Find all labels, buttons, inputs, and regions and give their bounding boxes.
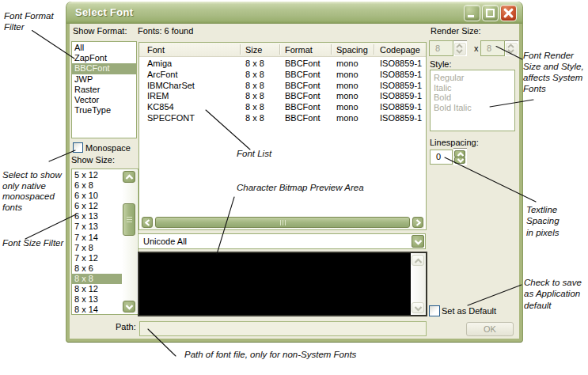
set-default-label[interactable]: Set as Default (442, 306, 496, 316)
set-default-checkbox[interactable] (429, 305, 440, 316)
minimize-button[interactable] (464, 5, 480, 21)
chevron-up-icon (414, 258, 423, 264)
size-item[interactable]: 8 x 14 (72, 305, 123, 315)
render-width-input[interactable]: 8 (429, 40, 453, 56)
size-item[interactable]: 5 x 12 (72, 170, 123, 180)
size-scroll-thumb[interactable] (123, 203, 135, 236)
size-item[interactable]: 7 x 12 (72, 253, 123, 263)
titlebar[interactable]: Select Font (66, 2, 522, 24)
select-font-dialog: Select Font Show Format: Fonts: 6 found … (66, 2, 522, 342)
column-header-font[interactable]: Font (147, 45, 165, 55)
close-button[interactable] (500, 5, 517, 21)
table-row[interactable]: SPECFONT 8 x 8 BBCFont mono ISO8859-1 (139, 113, 426, 124)
dialog-body: Show Format: Fonts: 6 found All ZapFont … (70, 24, 519, 339)
style-label: Style: (430, 59, 452, 69)
annotation-preview-area: Character Bitmap Preview Area (237, 183, 364, 194)
format-item-vector[interactable]: Vector (72, 95, 136, 105)
size-item[interactable]: 6 x 8 (72, 180, 123, 191)
fonts-found-label: Fonts: 6 found (138, 26, 193, 36)
table-row[interactable]: KC854 8 x 8 BBCFont mono ISO8859-1 (139, 102, 426, 113)
size-item[interactable]: 8 x 12 (72, 284, 123, 294)
size-item[interactable]: 6 x 13 (72, 211, 123, 222)
charmap-dropdown-value: Unicode All (143, 237, 187, 246)
charmap-dropdown[interactable]: Unicode All (138, 233, 426, 249)
annotation-size-filter: Font Size Filter (2, 238, 63, 249)
chevron-down-icon (414, 239, 423, 245)
ok-button[interactable]: OK (466, 322, 514, 336)
scroll-left-button[interactable] (142, 217, 153, 228)
size-item[interactable]: 7 x 14 (72, 233, 123, 243)
chevron-up-icon[interactable] (507, 44, 514, 48)
table-row[interactable]: Amiga 8 x 8 BBCFont mono ISO8859-1 (139, 59, 426, 70)
annotation-path-note: Path of font file, only for non-System F… (184, 350, 356, 361)
column-header-size[interactable]: Size (245, 45, 262, 55)
size-item[interactable]: 8 x 6 (72, 263, 123, 274)
preview-scroll-up-button[interactable] (412, 255, 424, 266)
chevron-right-icon (415, 219, 421, 226)
show-format-label: Show Format: (73, 26, 127, 36)
format-item-jwp[interactable]: JWP (72, 74, 136, 85)
format-item-zapfont[interactable]: ZapFont (72, 53, 136, 63)
column-header-spacing[interactable]: Spacing (336, 45, 368, 55)
annotation-format-filter: Font Format Filter (4, 11, 54, 33)
style-item-italic[interactable]: Italic (431, 83, 514, 93)
preview-scrollbar[interactable] (411, 253, 426, 315)
hscroll-thumb[interactable] (155, 217, 410, 228)
chevron-down-icon[interactable] (456, 49, 463, 54)
style-item-bold-italic[interactable]: Bold Italic (431, 103, 514, 113)
path-input[interactable] (139, 321, 427, 336)
size-item[interactable]: 7 x 8 (72, 243, 123, 253)
chevron-left-icon (145, 219, 150, 226)
chevron-down-icon[interactable] (507, 49, 514, 54)
size-item[interactable]: 6 x 12 (72, 201, 123, 211)
size-item-selected[interactable]: 8 x 8 (72, 274, 123, 284)
size-item[interactable]: 7 x 13 (72, 222, 123, 232)
size-scroll-down-button[interactable] (123, 301, 135, 312)
monospace-checkbox[interactable] (73, 142, 83, 153)
size-item[interactable]: 8 x 13 (72, 294, 123, 305)
format-item-all[interactable]: All (72, 43, 136, 53)
annotation-set-default-note: Check to save as Application default (524, 277, 582, 311)
format-item-bbcfont[interactable]: BBCFont (72, 63, 136, 74)
linespacing-input[interactable]: 0 (430, 150, 453, 165)
minimize-icon (468, 15, 474, 17)
format-item-raster[interactable]: Raster (72, 85, 136, 95)
maximize-button[interactable] (482, 5, 499, 21)
preview-scroll-down-button[interactable] (412, 302, 424, 313)
chevron-down-icon (125, 304, 134, 310)
render-height-spinner[interactable] (505, 40, 518, 56)
annotation-monospace-note: Select to show only native monospaced fo… (2, 170, 62, 213)
table-row[interactable]: IREM 8 x 8 BBCFont mono ISO8859-1 (139, 91, 426, 102)
show-size-label: Show Size: (71, 155, 115, 165)
scroll-right-button[interactable] (412, 217, 423, 228)
fonts-table: Font Size Format Spacing Codepage Amiga … (138, 42, 427, 230)
table-row[interactable]: ArcFont 8 x 8 BBCFont mono ISO8859-1 (139, 70, 426, 81)
table-row[interactable]: IBMCharSet 8 x 8 BBCFont mono ISO8859-1 (139, 81, 426, 92)
fonts-table-rows: Amiga 8 x 8 BBCFont mono ISO8859-1 ArcFo… (139, 59, 426, 124)
column-header-format[interactable]: Format (285, 45, 313, 55)
spinner-down-button[interactable] (454, 157, 465, 164)
window-title: Select Font (75, 6, 133, 18)
render-size-label: Render Size: (431, 26, 481, 36)
render-width-spinner[interactable] (453, 40, 467, 56)
fontlist-hscrollbar[interactable] (141, 217, 424, 229)
style-item-bold[interactable]: Bold (431, 93, 514, 103)
dropdown-button[interactable] (412, 235, 424, 248)
maximize-icon (486, 9, 495, 17)
size-scroll-up-button[interactable] (123, 171, 135, 183)
monospace-label[interactable]: Monospace (85, 143, 131, 153)
size-listbox: 5 x 12 6 x 8 6 x 10 6 x 12 6 x 13 7 x 13… (71, 169, 138, 315)
column-header-codepage[interactable]: Codepage (380, 45, 420, 55)
style-listbox: Regular Italic Bold Bold Italic (430, 70, 515, 131)
chevron-up-icon (125, 174, 134, 180)
annotation-font-list: Font List (237, 149, 271, 160)
format-item-truetype[interactable]: TrueType (72, 105, 136, 116)
path-label: Path: (116, 322, 136, 331)
size-items: 5 x 12 6 x 8 6 x 10 6 x 12 6 x 13 7 x 13… (72, 170, 123, 315)
render-height-input[interactable]: 8 (480, 40, 505, 56)
size-item[interactable]: 6 x 10 (72, 191, 123, 201)
linespacing-spinner[interactable] (453, 148, 467, 165)
size-scrollbar[interactable] (122, 170, 137, 313)
style-item-regular[interactable]: Regular (431, 73, 514, 83)
chevron-up-icon[interactable] (456, 44, 463, 48)
